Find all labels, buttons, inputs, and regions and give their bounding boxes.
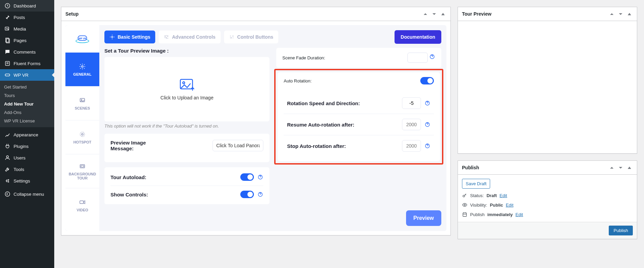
setup-vertical-tabs: WP VR GENERAL SCENES HOTSPOT: [65, 25, 99, 231]
tab-control-buttons[interactable]: Control Buttons: [224, 31, 279, 43]
visibility-value: Public: [490, 203, 503, 208]
tab-basic-settings[interactable]: Basic Settings: [104, 31, 155, 43]
preview-button[interactable]: Preview: [406, 210, 441, 226]
svg-point-10: [5, 192, 10, 196]
pages-icon: [4, 37, 11, 44]
sidebar-item-dashboard[interactable]: Dashboard: [0, 0, 54, 12]
panel-collapse-up-icon[interactable]: [608, 164, 615, 171]
sidebar-item-posts[interactable]: Posts: [0, 12, 54, 23]
status-value: Draft: [486, 193, 497, 198]
help-icon[interactable]: [257, 174, 263, 180]
users-icon: [4, 154, 11, 161]
svg-point-22: [112, 36, 113, 38]
sidebar-item-comments[interactable]: Comments: [0, 46, 54, 58]
sidebar-item-label: Media: [14, 26, 26, 32]
media-icon: [4, 25, 11, 32]
panel-move-icon[interactable]: [440, 11, 446, 17]
resume-rotation-input[interactable]: [402, 119, 421, 130]
svg-point-14: [82, 65, 83, 67]
sidebar-item-plugins[interactable]: Plugins: [0, 140, 54, 152]
preview-message-input[interactable]: [213, 140, 263, 151]
edit-publish-link[interactable]: Edit: [516, 212, 523, 217]
upload-image-box[interactable]: Click to Upload an Image: [104, 57, 269, 121]
sidebar-item-label: Dashboard: [14, 3, 36, 8]
setup-panel: Setup WP VR GENER: [61, 7, 451, 235]
sidebar-item-label: Plugins: [14, 144, 28, 149]
show-controls-toggle[interactable]: [240, 191, 254, 198]
panel-move-icon[interactable]: [626, 164, 633, 171]
sidebar-item-wpvr[interactable]: WP VR: [0, 69, 54, 81]
rotation-speed-input[interactable]: [402, 97, 421, 109]
settings-icon: [4, 177, 11, 184]
tab-advanced-controls[interactable]: Advanced Controls: [159, 31, 220, 43]
submenu-wpvr-license[interactable]: WP VR License: [0, 117, 54, 125]
publish-title: Publish: [462, 165, 479, 170]
sidebar-item-label: Comments: [14, 50, 36, 55]
panel-collapse-up-icon[interactable]: [422, 11, 429, 17]
publish-value: immediately: [487, 212, 513, 217]
background-icon: [79, 162, 86, 170]
tab-label: Advanced Controls: [172, 34, 215, 40]
tab-background-tour[interactable]: BACKGROUND TOUR: [65, 154, 99, 188]
help-icon[interactable]: [257, 191, 263, 197]
edit-visibility-link[interactable]: Edit: [506, 203, 513, 208]
status-label: Status:: [470, 193, 484, 198]
svg-text:WP VR: WP VR: [79, 37, 86, 40]
scene-fade-label: Scene Fade Duration:: [282, 55, 325, 60]
sidebar-item-appearance[interactable]: Appearance: [0, 129, 54, 140]
tab-scenes[interactable]: SCENES: [65, 86, 99, 120]
panel-collapse-down-icon[interactable]: [431, 11, 438, 17]
tab-label: VIDEO: [77, 208, 88, 212]
publish-button[interactable]: Publish: [609, 226, 633, 235]
sidebar-item-tools[interactable]: Tools: [0, 164, 54, 175]
panel-move-icon[interactable]: [626, 11, 633, 17]
sidebar-item-label: Tools: [14, 167, 24, 172]
edit-status-link[interactable]: Edit: [500, 193, 507, 198]
gear-icon: [79, 63, 86, 70]
auto-rotation-label: Auto Rotation:: [284, 78, 311, 83]
auto-rotation-toggle[interactable]: [420, 77, 434, 84]
help-icon[interactable]: [429, 54, 435, 60]
tab-label: HOTSPOT: [73, 140, 91, 144]
help-icon[interactable]: [424, 121, 430, 128]
pin-icon: [4, 14, 11, 21]
documentation-button[interactable]: Documentation: [395, 30, 441, 44]
sidebar-item-users[interactable]: Users: [0, 152, 54, 164]
wpvr-logo: WP VR: [65, 25, 99, 52]
comments-icon: [4, 49, 11, 55]
wpvr-submenu: Get Started Tours Add New Tour Add-Ons W…: [0, 81, 54, 127]
stop-rotation-input[interactable]: [402, 140, 421, 152]
scene-fade-input[interactable]: [407, 53, 428, 63]
sidebar-item-fluentforms[interactable]: Fluent Forms: [0, 58, 54, 69]
sidebar-item-pages[interactable]: Pages: [0, 35, 54, 46]
panel-collapse-down-icon[interactable]: [617, 164, 624, 171]
upload-hint: This option will not work if the "Tour A…: [104, 123, 269, 129]
panel-collapse-down-icon[interactable]: [617, 11, 624, 17]
svg-rect-20: [81, 165, 84, 167]
tour-autoload-toggle[interactable]: [240, 173, 254, 181]
plugins-icon: [4, 143, 11, 150]
dashboard-icon: [4, 2, 11, 9]
controls-icon: [229, 34, 235, 40]
sidebar-item-label: Posts: [14, 15, 25, 20]
scenes-icon: [79, 97, 86, 104]
submenu-add-new-tour[interactable]: Add New Tour: [0, 100, 54, 108]
tab-video[interactable]: VIDEO: [65, 188, 99, 222]
submenu-addons[interactable]: Add-Ons: [0, 108, 54, 117]
tab-hotspot[interactable]: HOTSPOT: [65, 120, 99, 154]
sidebar-collapse-menu[interactable]: Collapse menu: [0, 188, 54, 200]
gear-icon: [109, 34, 115, 40]
video-icon: [79, 198, 86, 206]
tab-general[interactable]: GENERAL: [65, 52, 99, 86]
sidebar-item-settings[interactable]: Settings: [0, 175, 54, 187]
svg-rect-5: [5, 74, 10, 76]
submenu-tours[interactable]: Tours: [0, 91, 54, 100]
submenu-get-started[interactable]: Get Started: [0, 83, 54, 91]
help-icon[interactable]: [424, 143, 430, 149]
save-draft-button[interactable]: Save Draft: [462, 179, 490, 189]
help-icon[interactable]: [424, 100, 430, 106]
panel-collapse-up-icon[interactable]: [608, 11, 615, 17]
sidebar-item-media[interactable]: Media: [0, 23, 54, 35]
publish-label: Publish: [470, 212, 485, 217]
svg-point-9: [8, 181, 9, 182]
